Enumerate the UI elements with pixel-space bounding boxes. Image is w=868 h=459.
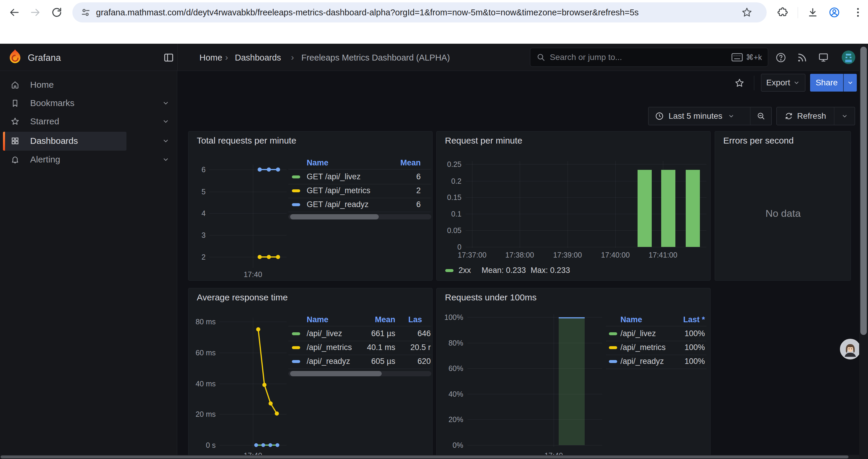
panel-title[interactable]: Request per minute xyxy=(445,136,522,145)
sidebar-item-home[interactable]: Home xyxy=(30,80,54,90)
vertical-scrollbar[interactable] xyxy=(859,44,868,459)
profile-icon[interactable] xyxy=(829,6,840,18)
legend-series-name[interactable]: GET /api/_metrics xyxy=(307,186,370,195)
panel-title[interactable]: Requests under 100ms xyxy=(445,292,536,302)
bookmark-icon xyxy=(11,99,20,107)
refresh-label: Refresh xyxy=(797,111,826,121)
legend-series-name[interactable]: GET /api/_livez xyxy=(307,172,361,182)
breadcrumb-dashboards[interactable]: Dashboards xyxy=(235,53,281,63)
panel-request-per-minute: Request per minute 0.25 0.2 0.15 0.1 0.0… xyxy=(436,131,711,281)
legend-series-value: 100% xyxy=(663,343,705,352)
x-tick: 17:37:00 xyxy=(458,251,486,259)
y-tick: 0.15 xyxy=(437,193,462,202)
bookmarks-bar: Freeleaps 收藏博客 xyxy=(0,25,868,44)
legend-scrollbar[interactable] xyxy=(288,214,431,220)
user-avatar[interactable] xyxy=(842,51,855,64)
news-rss-icon[interactable] xyxy=(797,52,808,63)
keyboard-icon xyxy=(731,53,743,62)
assistant-avatar[interactable] xyxy=(840,339,861,359)
browser-menu-icon[interactable] xyxy=(852,6,864,18)
legend-header-name[interactable]: Name xyxy=(307,158,329,167)
export-button[interactable]: Export xyxy=(761,74,805,92)
legend-series-name[interactable]: /api/_readyz xyxy=(620,357,664,366)
sidebar-item-alerting[interactable]: Alerting xyxy=(30,155,60,165)
legend-series-name[interactable]: /api/_metrics xyxy=(307,343,352,352)
share-button[interactable]: Share xyxy=(810,74,843,92)
reload-icon[interactable] xyxy=(51,6,63,18)
y-tick: 3 xyxy=(188,231,206,239)
horizontal-scrollbar[interactable] xyxy=(0,455,859,459)
gridline xyxy=(567,161,568,248)
monitor-icon[interactable] xyxy=(818,52,829,63)
vertical-scrollbar-thumb[interactable] xyxy=(860,47,867,335)
legend-series-name[interactable]: /api/_metrics xyxy=(620,343,665,352)
panel-errors-per-second: Errors per second No data xyxy=(715,131,851,281)
legend-series-name[interactable]: /api/_readyz xyxy=(307,357,350,366)
panel-title[interactable]: Total requests per minute xyxy=(197,136,296,145)
legend-series-last: 646 xyxy=(396,329,431,338)
legend-scrollbar[interactable] xyxy=(288,371,431,376)
refresh-interval-dropdown[interactable] xyxy=(834,107,855,125)
breadcrumb-home[interactable]: Home xyxy=(199,53,222,63)
legend-header-name[interactable]: Name xyxy=(620,315,642,324)
time-range-picker[interactable]: Last 5 minutes xyxy=(648,107,750,125)
chevron-down-icon xyxy=(847,79,854,86)
gridline xyxy=(209,213,286,214)
downloads-icon[interactable] xyxy=(807,7,818,18)
divider xyxy=(288,326,431,326)
favorite-star-icon[interactable] xyxy=(735,78,745,88)
legend-header-last[interactable]: Last * xyxy=(663,315,705,324)
url-bar[interactable]: grafana.mathmast.com/d/deytv4rwavabkb/fr… xyxy=(72,2,767,23)
star-icon xyxy=(11,117,20,126)
grafana-logo-icon[interactable] xyxy=(8,48,23,66)
chevron-down-icon[interactable] xyxy=(162,99,169,107)
y-tick: 0% xyxy=(437,441,463,450)
site-settings-icon[interactable] xyxy=(80,7,91,18)
extensions-icon[interactable] xyxy=(777,7,788,18)
sidebar-item-dashboards[interactable]: Dashboards xyxy=(30,136,78,146)
chevron-down-icon[interactable] xyxy=(162,137,169,145)
breadcrumb-separator: › xyxy=(291,52,294,62)
legend-max: Max: 0.233 xyxy=(531,266,570,275)
back-icon[interactable] xyxy=(8,7,20,18)
legend-series-name[interactable]: GET /api/_readyz xyxy=(307,200,369,209)
sidebar-item-bookmarks[interactable]: Bookmarks xyxy=(30,98,74,108)
series-swatch xyxy=(609,346,617,349)
series-swatch xyxy=(292,189,300,192)
horizontal-scrollbar-thumb[interactable] xyxy=(1,455,848,458)
legend-series-name[interactable]: /api/_livez xyxy=(620,329,656,338)
panel-title[interactable]: Average response time xyxy=(197,292,288,302)
chevron-down-icon[interactable] xyxy=(162,118,169,125)
sidebar-item-starred[interactable]: Starred xyxy=(30,117,59,126)
share-dropdown-button[interactable] xyxy=(843,74,857,92)
y-tick: 0.05 xyxy=(437,226,462,235)
panel-title[interactable]: Errors per second xyxy=(723,136,794,145)
series-swatch xyxy=(292,203,300,206)
clock-icon xyxy=(655,112,664,121)
search-shortcut: ⌘+k xyxy=(746,53,762,62)
chevron-down-icon[interactable] xyxy=(162,156,169,163)
url-text[interactable]: grafana.mathmast.com/d/deytv4rwavabkb/fr… xyxy=(96,8,740,18)
legend-header-mean[interactable]: Mean xyxy=(348,315,395,324)
zoom-out-icon xyxy=(756,112,766,121)
bookmark-star-icon[interactable] xyxy=(741,7,752,18)
gridline xyxy=(467,445,602,446)
zoom-out-button[interactable] xyxy=(750,107,772,125)
refresh-button[interactable]: Refresh xyxy=(776,107,834,125)
legend-scrollbar-thumb[interactable] xyxy=(290,214,379,220)
legend-scrollbar-thumb[interactable] xyxy=(290,371,382,376)
legend-series-mean: 661 µs xyxy=(348,329,395,338)
legend-header-name[interactable]: Name xyxy=(307,315,329,324)
x-tick: 17:39:00 xyxy=(553,251,582,259)
help-icon[interactable] xyxy=(775,52,786,63)
legend-header-mean[interactable]: Mean xyxy=(378,158,421,167)
legend-header-last[interactable]: Las xyxy=(408,315,422,324)
chevron-down-icon xyxy=(728,112,735,120)
legend-series-name[interactable]: 2xx xyxy=(459,266,471,275)
sidebar-toggle-icon[interactable] xyxy=(163,52,174,63)
forward-icon[interactable] xyxy=(30,7,41,18)
home-icon xyxy=(11,80,20,89)
search-input[interactable]: Search or jump to... ⌘+k xyxy=(530,48,768,67)
legend-series-name[interactable]: /api/_livez xyxy=(307,329,342,338)
gridline xyxy=(520,161,520,248)
